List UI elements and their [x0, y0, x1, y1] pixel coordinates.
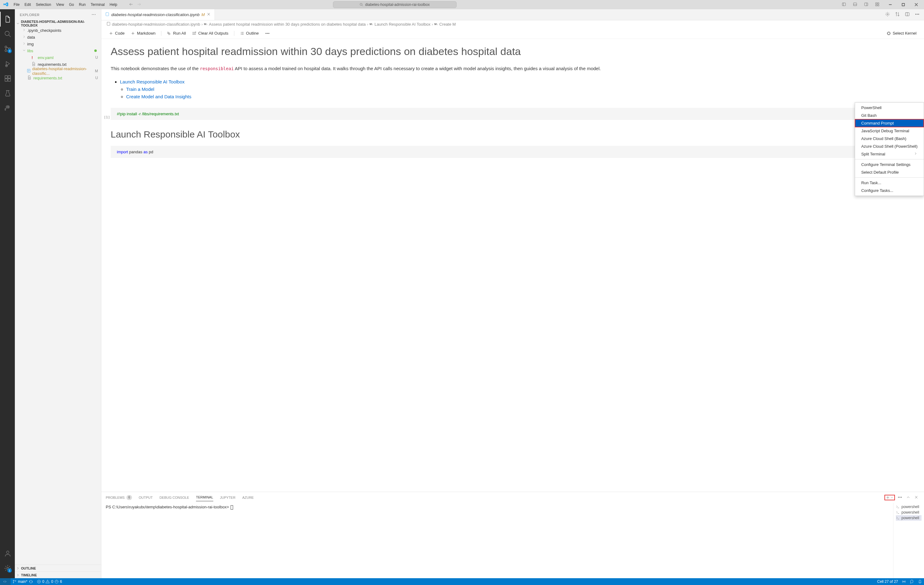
clear-outputs-button[interactable]: Clear All Outputs — [190, 30, 231, 37]
activity-python[interactable] — [0, 101, 15, 115]
panel-tab-output[interactable]: OUTPUT — [139, 494, 153, 501]
menu-configure-tasks[interactable]: Configure Tasks... — [855, 187, 924, 194]
panel-tab-problems[interactable]: PROBLEMS 6 — [106, 493, 132, 502]
close-icon[interactable] — [206, 12, 211, 17]
notebook-toolbar: Code Markdown Run All Clear All Outputs — [101, 28, 924, 39]
activity-settings[interactable]: 1 — [0, 561, 15, 576]
file-img[interactable]: img — [15, 41, 101, 47]
cell-position[interactable]: Cell 27 of 27 — [876, 579, 900, 584]
diff-icon[interactable] — [894, 10, 901, 19]
terminal-item-3[interactable]: powershell — [896, 515, 922, 521]
menu-azure-ps[interactable]: Azure Cloud Shell (PowerShell) — [855, 142, 924, 150]
panel-maximize-icon[interactable] — [905, 494, 912, 501]
new-terminal-button[interactable] — [884, 495, 895, 500]
select-kernel-button[interactable]: Select Kernel — [884, 30, 919, 37]
activity-search[interactable] — [0, 26, 15, 41]
sidebar-folder-header[interactable]: DIABETES-HOSPITAL-ADMISSION-RAI-TOOLBOX — [15, 20, 101, 27]
branch-status[interactable]: main* — [10, 578, 35, 585]
menu-powershell[interactable]: PowerShell — [855, 104, 924, 112]
breadcrumb[interactable]: diabetes-hospital-readmission-classifica… — [101, 20, 924, 28]
toc-link-2[interactable]: Train a Model — [126, 87, 154, 92]
command-center[interactable]: diabetes-hospital-admission-rai-toolbox — [333, 1, 457, 8]
file-libs[interactable]: libs — [15, 47, 101, 54]
panel-tab-terminal[interactable]: TERMINAL — [196, 494, 213, 501]
code-cell-2[interactable]: import pandas as pd — [111, 146, 909, 158]
problems-count-badge: 6 — [126, 495, 132, 500]
file-notebook[interactable]: diabetes-hospital-readmission-classific.… — [15, 68, 101, 74]
problems-status[interactable]: 0 0 6 — [35, 578, 64, 585]
activity-testing[interactable] — [0, 86, 15, 101]
window-maximize-icon[interactable] — [897, 0, 910, 9]
feedback-icon[interactable] — [908, 579, 916, 584]
notebook-heading1: Assess patient hospital readmission with… — [111, 45, 909, 58]
bell-icon[interactable] — [916, 579, 924, 584]
sidebar-timeline-header[interactable]: TIMELINE — [15, 572, 101, 578]
terminal-item-2[interactable]: powershell — [896, 509, 922, 515]
activity-explorer[interactable] — [0, 12, 15, 26]
editor-tab[interactable]: diabetes-hospital-readmission-classifica… — [101, 9, 215, 20]
run-all-label: Run All — [173, 31, 186, 36]
notebook-more-button[interactable] — [262, 30, 272, 37]
menu-view[interactable]: View — [53, 1, 66, 8]
menu-command-prompt[interactable]: Command Prompt — [855, 119, 924, 127]
code-cell-1[interactable]: #!pip install -r /libs/requirements.txt … — [111, 108, 909, 120]
panel-tab-debug[interactable]: DEBUG CONSOLE — [160, 494, 189, 501]
window-close-icon[interactable] — [910, 0, 923, 9]
menu-run[interactable]: Run — [76, 1, 88, 8]
panel-tab-jupyter[interactable]: JUPYTER — [220, 494, 236, 501]
sidebar-outline-header[interactable]: OUTLINE — [15, 565, 101, 572]
menu-go[interactable]: Go — [66, 1, 76, 8]
add-code-button[interactable]: Code — [106, 30, 127, 37]
nav-back-icon[interactable] — [129, 2, 133, 7]
layout-panel-icon[interactable] — [850, 1, 860, 9]
menu-split-terminal[interactable]: Split Terminal — [855, 150, 924, 158]
menu-run-task[interactable]: Run Task... — [855, 179, 924, 187]
remote-button[interactable] — [0, 578, 10, 585]
menu-terminal[interactable]: Terminal — [88, 1, 107, 8]
more-icon[interactable] — [914, 10, 921, 19]
panel-more-icon[interactable] — [896, 494, 904, 501]
menu-file[interactable]: File — [11, 1, 22, 8]
activity-run-debug[interactable] — [0, 56, 15, 71]
sidebar-more-icon[interactable] — [91, 12, 96, 18]
layout-sidebar-left-icon[interactable] — [839, 1, 848, 9]
broadcast-icon[interactable] — [900, 579, 908, 584]
split-icon[interactable] — [904, 10, 911, 19]
file-data[interactable]: data — [15, 34, 101, 41]
window-minimize-icon[interactable] — [884, 0, 897, 9]
warning-count: 0 — [51, 579, 53, 584]
panel-tab-azure[interactable]: AZURE — [243, 494, 254, 501]
sidebar: EXPLORER DIABETES-HOSPITAL-ADMISSION-RAI… — [15, 9, 101, 578]
svg-point-22 — [93, 14, 94, 15]
activity-account[interactable] — [0, 546, 15, 561]
menu-default-profile[interactable]: Select Default Profile — [855, 168, 924, 176]
menu-jsdebug[interactable]: JavaScript Debug Terminal — [855, 127, 924, 135]
chevron-right-icon: › — [367, 22, 368, 26]
layout-customize-icon[interactable] — [873, 1, 882, 9]
add-markdown-button[interactable]: Markdown — [128, 30, 158, 37]
menu-gitbash[interactable]: Git Bash — [855, 112, 924, 119]
gear-icon[interactable] — [884, 10, 891, 19]
layout-sidebar-right-icon[interactable] — [861, 1, 871, 9]
file-env-yaml[interactable]: ! env.yaml U — [15, 54, 101, 61]
run-all-button[interactable]: Run All — [165, 30, 188, 37]
nav-forward-icon[interactable] — [137, 2, 141, 7]
menu-azure-bash[interactable]: Azure Cloud Shell (Bash) — [855, 135, 924, 142]
terminal-item-1[interactable]: powershell — [896, 504, 922, 509]
file-ipynb-checkpoints[interactable]: .ipynb_checkpoints — [15, 27, 101, 34]
menu-help[interactable]: Help — [107, 1, 120, 8]
cursor-icon — [231, 505, 233, 509]
menu-configure-settings[interactable]: Configure Terminal Settings — [855, 161, 924, 168]
outline-button[interactable]: Outline — [238, 30, 261, 37]
toc-link-1[interactable]: Launch Responsible AI Toolbox — [120, 79, 185, 84]
menu-edit[interactable]: Edit — [22, 1, 33, 8]
notebook-content[interactable]: Assess patient hospital readmission with… — [101, 39, 924, 492]
panel-close-icon[interactable] — [913, 494, 920, 501]
activity-extensions[interactable] — [0, 71, 15, 86]
activity-source-control[interactable]: 3 — [0, 41, 15, 56]
terminal-text-area[interactable]: PS C:\Users\ruyakubu\temp\diabetes-hospi… — [101, 503, 893, 578]
file-root-requirements[interactable]: requirements.txt U — [15, 74, 101, 81]
toc-link-3[interactable]: Create Model and Data Insights — [126, 94, 191, 99]
menu-selection[interactable]: Selection — [33, 1, 53, 8]
chevron-right-icon — [22, 35, 26, 40]
